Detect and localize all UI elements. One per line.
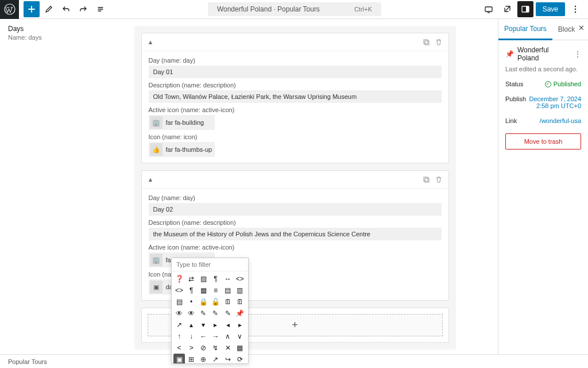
field-label: Active icon (name: active-icon) <box>149 244 442 251</box>
icon-option[interactable]: ⊕ <box>198 354 209 354</box>
svg-point-6 <box>575 12 576 13</box>
view-button[interactable] <box>481 1 497 17</box>
icon-option[interactable]: ❓ <box>173 273 185 285</box>
svg-point-5 <box>575 9 576 10</box>
icon-option[interactable]: ↪ <box>222 354 234 354</box>
edit-tool-button[interactable] <box>41 1 57 17</box>
icon-option[interactable]: ¶ <box>210 273 221 285</box>
icon-option[interactable]: 🗓 <box>222 296 234 308</box>
document-title-bar[interactable]: Wonderful Poland · Popular Tours Ctrl+K <box>208 2 381 16</box>
permalink[interactable]: /wonderful-usa <box>540 117 581 124</box>
status-label: Status <box>505 80 523 87</box>
top-toolbar: Wonderful Poland · Popular Tours Ctrl+K … <box>0 0 588 19</box>
delete-icon[interactable] <box>435 38 443 46</box>
icon-filter-input[interactable] <box>172 258 248 271</box>
pin-icon: 📌 <box>505 50 514 58</box>
icon-option[interactable]: ≡ <box>210 285 221 296</box>
day-input[interactable] <box>149 203 442 216</box>
icon-option[interactable]: ↑ <box>173 331 185 342</box>
document-overview-button[interactable] <box>92 1 109 17</box>
post-title: Wonderful Poland <box>517 46 571 62</box>
svg-rect-3 <box>526 6 529 12</box>
icon-option[interactable]: 👁 <box>185 308 197 319</box>
icon-input[interactable]: 👍 <box>149 142 215 157</box>
icon-option[interactable]: ← <box>198 331 209 342</box>
description-input[interactable] <box>149 90 442 103</box>
icon-option[interactable]: ↯ <box>210 342 221 354</box>
icon-picker-popover: ❓⇄▨¶↔<><>¶▦≡▤▥▤•🔒🔓🗓🗓👁👁✎✎✎📌↗▴▾▸◂▸↑↓←→∧∨<>… <box>171 258 249 354</box>
icon-option[interactable]: ✎ <box>198 308 209 319</box>
icon-option[interactable]: 🗓 <box>234 296 246 308</box>
icon-option[interactable]: ▥ <box>234 285 246 296</box>
icon-option[interactable]: <> <box>173 285 185 296</box>
icon-option[interactable]: ▣ <box>173 354 185 354</box>
duplicate-icon[interactable] <box>422 175 430 183</box>
icon-option[interactable]: ↗ <box>210 354 221 354</box>
icon-option[interactable]: < <box>173 342 185 354</box>
day-input[interactable] <box>149 66 442 78</box>
icon-grid: ❓⇄▨¶↔<><>¶▦≡▤▥▤•🔒🔓🗓🗓👁👁✎✎✎📌↗▴▾▸◂▸↑↓←→∧∨<>… <box>172 271 248 354</box>
icon-option[interactable]: ▸ <box>234 319 246 331</box>
icon-option[interactable]: ▦ <box>198 285 209 296</box>
icon-option[interactable]: ✎ <box>210 308 221 319</box>
publish-label: Publish <box>505 95 526 109</box>
status-value[interactable]: ✓ Published <box>545 80 581 87</box>
icon-option[interactable]: ↓ <box>185 331 197 342</box>
icon-option[interactable]: ⟳ <box>234 354 246 354</box>
icon-option[interactable]: ∨ <box>234 331 246 342</box>
field-label: Icon (name: icon) <box>149 133 442 140</box>
settings-sidebar: Popular Tours Block ✕ 📌 Wonderful Poland… <box>498 19 588 354</box>
collapse-toggle[interactable]: ▲ <box>148 39 154 45</box>
icon-option[interactable]: ✕ <box>222 342 234 354</box>
link-label: Link <box>505 117 517 124</box>
icon-option[interactable]: ⊘ <box>198 342 209 354</box>
icon-option[interactable]: ▴ <box>185 319 197 331</box>
duplicate-icon[interactable] <box>422 38 430 46</box>
icon-option[interactable]: → <box>210 331 221 342</box>
icon-option[interactable]: ▾ <box>198 319 209 331</box>
close-sidebar-icon[interactable]: ✕ <box>578 24 585 32</box>
icon-option[interactable]: > <box>185 342 197 354</box>
settings-sidebar-toggle[interactable] <box>517 1 533 17</box>
editor-canvas[interactable]: ▲ Day (name: day) Description (name: des… <box>92 19 498 354</box>
building-icon: 🏢 <box>150 254 163 266</box>
icon-option[interactable]: ¶ <box>185 285 197 296</box>
icon-option[interactable]: ↗ <box>173 319 185 331</box>
icon-option[interactable]: ⇄ <box>185 273 197 285</box>
check-circle-icon: ✓ <box>545 81 551 87</box>
tab-post[interactable]: Popular Tours <box>498 19 552 40</box>
icon-option[interactable]: 🔓 <box>210 296 221 308</box>
icon-option[interactable]: ▨ <box>198 273 209 285</box>
collapse-toggle[interactable]: ▲ <box>148 176 154 183</box>
icon-option[interactable]: ⊞ <box>185 354 197 354</box>
icon-option[interactable]: ▤ <box>173 296 185 308</box>
publish-date[interactable]: December 7, 2024 2:58 pm UTC+0 <box>529 95 582 109</box>
icon-option[interactable]: ∧ <box>222 331 234 342</box>
sidebar-tabs: Popular Tours Block ✕ <box>498 19 588 40</box>
icon-option[interactable]: ▤ <box>222 285 234 296</box>
description-input[interactable] <box>149 228 442 240</box>
external-preview-button[interactable] <box>499 1 515 17</box>
move-to-trash-button[interactable]: Move to trash <box>505 133 581 150</box>
icon-option[interactable]: ▦ <box>234 342 246 354</box>
save-button[interactable]: Save <box>536 2 565 16</box>
icon-option[interactable]: <> <box>234 273 246 285</box>
delete-icon[interactable] <box>435 175 443 183</box>
icon-option[interactable]: • <box>185 296 197 308</box>
icon-option[interactable]: 👁 <box>173 308 185 319</box>
block-inserter-button[interactable] <box>24 1 40 17</box>
icon-option[interactable]: ✎ <box>222 308 234 319</box>
tab-block[interactable]: Block <box>552 20 581 39</box>
icon-option[interactable]: 🔒 <box>198 296 209 308</box>
svg-rect-9 <box>424 177 428 181</box>
active-icon-input[interactable]: 🏢 <box>149 115 215 130</box>
icon-option[interactable]: ▸ <box>210 319 221 331</box>
icon-option[interactable]: ◂ <box>222 319 234 331</box>
redo-button[interactable] <box>75 1 91 17</box>
icon-option[interactable]: ↔ <box>222 273 234 285</box>
icon-option[interactable]: 📌 <box>234 308 246 319</box>
wordpress-logo[interactable] <box>0 0 19 19</box>
options-menu-button[interactable] <box>567 1 583 17</box>
undo-button[interactable] <box>58 1 74 17</box>
post-actions-menu[interactable]: ⋮ <box>574 50 581 58</box>
